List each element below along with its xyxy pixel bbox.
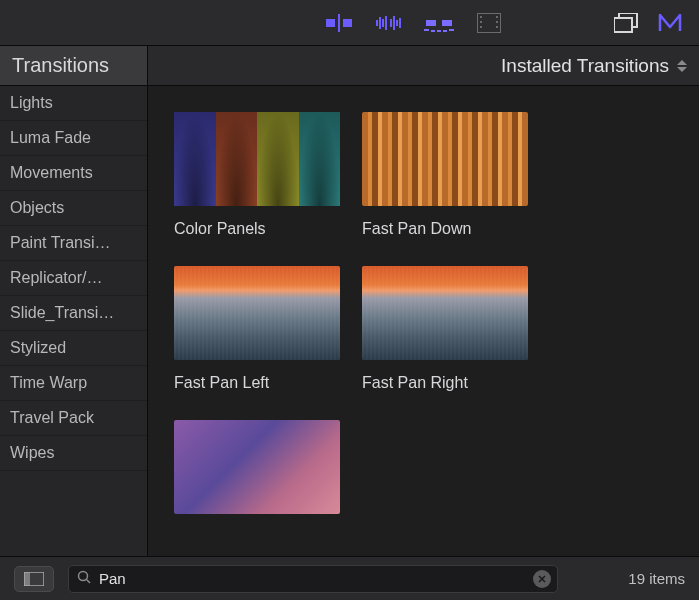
svg-rect-6 <box>385 16 387 30</box>
svg-rect-28 <box>24 572 30 586</box>
transition-thumbnail <box>174 112 340 206</box>
sidebar-item[interactable]: Replicator/… <box>0 261 147 296</box>
transition-item[interactable]: Color Panels <box>174 112 340 238</box>
svg-rect-9 <box>396 20 398 26</box>
dropdown-label: Installed Transitions <box>501 55 669 77</box>
svg-rect-1 <box>338 14 340 32</box>
svg-rect-24 <box>496 26 498 28</box>
transitions-media-icon[interactable] <box>424 8 454 38</box>
sidebar-item[interactable]: Time Warp <box>0 366 147 401</box>
updown-icon <box>677 60 687 72</box>
svg-rect-16 <box>443 30 447 32</box>
svg-line-30 <box>87 580 91 584</box>
transition-item[interactable]: Fast Pan Left <box>174 266 340 392</box>
svg-rect-22 <box>496 16 498 18</box>
sidebar-item[interactable]: Paint Transi… <box>0 226 147 261</box>
svg-rect-10 <box>399 18 401 28</box>
transition-label: Fast Pan Down <box>362 220 528 238</box>
transition-thumbnail <box>362 112 528 206</box>
transition-label: Fast Pan Left <box>174 374 340 392</box>
svg-rect-26 <box>614 18 632 32</box>
transition-item[interactable]: Fast Pan Down <box>362 112 528 238</box>
svg-rect-11 <box>426 20 436 26</box>
transition-thumbnail <box>174 420 340 514</box>
sidebar-item[interactable]: Slide_Transi… <box>0 296 147 331</box>
align-icon[interactable] <box>324 8 354 38</box>
svg-rect-3 <box>376 20 378 26</box>
clear-search-button[interactable] <box>533 570 551 588</box>
svg-rect-20 <box>480 21 482 23</box>
top-toolbar <box>0 0 699 46</box>
search-icon <box>77 570 91 587</box>
sidebar-item[interactable]: Stylized <box>0 331 147 366</box>
sidebar-item[interactable]: Objects <box>0 191 147 226</box>
transition-label: Fast Pan Right <box>362 374 528 392</box>
svg-rect-23 <box>496 21 498 23</box>
filmstrip-icon[interactable] <box>474 8 504 38</box>
transition-thumbnail <box>362 266 528 360</box>
transition-item[interactable] <box>174 420 340 528</box>
transition-thumbnail <box>174 266 340 360</box>
sidebar-item[interactable]: Luma Fade <box>0 121 147 156</box>
browser-header: Transitions Installed Transitions <box>0 46 699 86</box>
svg-rect-4 <box>379 17 381 29</box>
library-dropdown[interactable]: Installed Transitions <box>148 46 699 85</box>
svg-rect-21 <box>480 26 482 28</box>
svg-rect-19 <box>480 16 482 18</box>
footer-bar: 19 items <box>0 556 699 600</box>
svg-rect-0 <box>326 19 335 27</box>
item-count: 19 items <box>628 570 685 587</box>
category-sidebar: LightsLuma FadeMovementsObjectsPaint Tra… <box>0 86 148 556</box>
transition-item[interactable]: Fast Pan Right <box>362 266 528 392</box>
svg-rect-12 <box>442 20 452 26</box>
sidebar-item[interactable]: Lights <box>0 86 147 121</box>
svg-point-29 <box>79 572 88 581</box>
results-grid: Color PanelsFast Pan DownFast Pan LeftFa… <box>148 86 699 556</box>
sidebar-item[interactable]: Wipes <box>0 436 147 471</box>
sidebar-item[interactable]: Travel Pack <box>0 401 147 436</box>
search-input[interactable] <box>99 570 525 587</box>
sidebar-title: Transitions <box>0 46 148 85</box>
svg-rect-7 <box>390 19 392 27</box>
windows-icon[interactable] <box>611 8 641 38</box>
transition-label: Color Panels <box>174 220 340 238</box>
svg-rect-2 <box>343 19 352 27</box>
svg-rect-8 <box>393 16 395 30</box>
m-icon[interactable] <box>655 8 685 38</box>
svg-rect-13 <box>424 29 429 31</box>
svg-rect-14 <box>431 30 435 32</box>
layout-toggle-button[interactable] <box>14 566 54 592</box>
svg-rect-15 <box>449 29 454 31</box>
svg-rect-5 <box>382 19 384 27</box>
search-field[interactable] <box>68 565 558 593</box>
waveform-icon[interactable] <box>374 8 404 38</box>
sidebar-item[interactable]: Movements <box>0 156 147 191</box>
svg-rect-17 <box>437 30 441 32</box>
